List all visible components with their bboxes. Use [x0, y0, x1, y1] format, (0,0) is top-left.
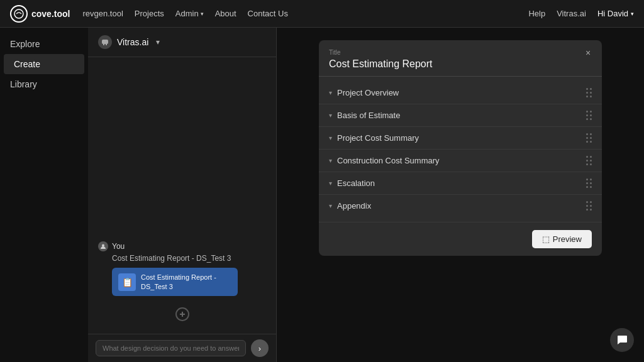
section-label: Project Cost Summary — [337, 133, 419, 143]
chat-body: You Cost Estimating Report - DS_Test 3 📋… — [88, 57, 276, 334]
modal-section-construction-cost-summary[interactable]: ▾ Construction Cost Summary — [319, 150, 602, 172]
modal-footer: ⬚ Preview — [319, 222, 602, 256]
nav-links: revgen.tool Projects Admin ▾ About Conta… — [82, 9, 528, 18]
drag-handle-icon — [586, 178, 592, 188]
modal-section-project-overview[interactable]: ▾ Project Overview — [319, 82, 602, 104]
sidebar: Explore Create Library — [0, 28, 88, 362]
section-chevron-icon: ▾ — [329, 112, 332, 119]
section-chevron-icon: ▾ — [329, 180, 332, 187]
chat-panel: Vitras.ai ▾ You Cost Estimating Report -… — [88, 28, 277, 362]
drag-handle-icon — [586, 133, 592, 143]
modal-section-basis-of-estimate[interactable]: ▾ Basis of Estimate — [319, 104, 602, 127]
svg-rect-2 — [103, 44, 104, 45]
modal: × Title Cost Estimating Report ▾ Project… — [319, 40, 602, 256]
svg-point-0 — [14, 9, 23, 18]
nav-right: Help Vitras.ai Hi David ▾ — [528, 9, 634, 18]
card-doc-icon: 📋 — [118, 273, 136, 291]
sidebar-item-create[interactable]: Create — [4, 54, 84, 74]
modal-overlay: × Title Cost Estimating Report ▾ Project… — [277, 28, 644, 362]
chat-header: Vitras.ai ▾ — [88, 28, 276, 57]
modal-section-escalation[interactable]: ▾ Escalation — [319, 172, 602, 195]
logo[interactable]: cove.tool — [10, 5, 70, 23]
section-chevron-icon: ▾ — [329, 202, 332, 209]
add-button[interactable] — [175, 307, 189, 321]
preview-icon: ⬚ — [542, 234, 550, 244]
section-left: ▾ Project Overview — [329, 88, 399, 97]
nav-user[interactable]: Hi David ▾ — [597, 9, 634, 18]
drag-handle-icon — [586, 201, 592, 211]
section-left: ▾ Basis of Estimate — [329, 111, 400, 120]
chat-message-text: Cost Estimating Report - DS_Test 3 — [98, 254, 266, 263]
modal-title-label: Title — [329, 49, 592, 56]
section-left: ▾ Appendix — [329, 201, 371, 211]
preview-button[interactable]: ⬚ Preview — [532, 230, 592, 248]
content-area: × Title Cost Estimating Report ▾ Project… — [277, 28, 644, 362]
chat-send-button[interactable]: › — [251, 339, 269, 357]
nav-help[interactable]: Help — [528, 9, 545, 18]
nav-contact[interactable]: Contact Us — [248, 9, 288, 18]
modal-section-appendix[interactable]: ▾ Appendix — [319, 195, 602, 217]
card-title: Cost Estimating Report - DS_Test 3 — [141, 273, 231, 291]
section-left: ▾ Project Cost Summary — [329, 133, 419, 143]
admin-chevron-icon: ▾ — [201, 11, 204, 17]
svg-rect-3 — [106, 44, 107, 45]
modal-section-project-cost-summary[interactable]: ▾ Project Cost Summary — [319, 127, 602, 150]
main-layout: Explore Create Library Vitras.ai ▾ — [0, 28, 644, 362]
logo-icon — [10, 5, 28, 23]
nav-projects[interactable]: Projects — [135, 9, 164, 18]
sidebar-item-explore[interactable]: Explore — [0, 34, 88, 54]
section-chevron-icon: ▾ — [329, 134, 332, 141]
nav-about[interactable]: About — [215, 9, 236, 18]
svg-rect-1 — [102, 40, 108, 44]
logo-text: cove.tool — [31, 9, 70, 19]
chat-user-name: You — [112, 242, 125, 251]
svg-point-4 — [102, 244, 104, 247]
modal-title: Cost Estimating Report — [329, 58, 592, 70]
chat-widget-button[interactable] — [610, 328, 634, 352]
nav-revgen[interactable]: revgen.tool — [82, 9, 123, 18]
nav-vitras[interactable]: Vitras.ai — [557, 9, 586, 18]
modal-sections: ▾ Project Overview ▾ Basis of Estimate ▾… — [319, 77, 602, 222]
chat-input[interactable] — [96, 340, 246, 356]
chat-card[interactable]: 📋 Cost Estimating Report - DS_Test 3 — [112, 268, 238, 296]
section-chevron-icon: ▾ — [329, 157, 332, 164]
chat-message-area: You Cost Estimating Report - DS_Test 3 📋… — [98, 241, 266, 296]
drag-handle-icon — [586, 111, 592, 120]
section-left: ▾ Construction Cost Summary — [329, 156, 440, 165]
section-label: Escalation — [337, 178, 375, 188]
section-label: Basis of Estimate — [337, 111, 400, 120]
chat-add-section — [98, 302, 266, 326]
chat-title: Vitras.ai — [117, 37, 148, 47]
user-chevron-icon: ▾ — [631, 11, 634, 17]
nav-admin[interactable]: Admin ▾ — [175, 9, 204, 18]
section-chevron-icon: ▾ — [329, 89, 332, 96]
user-avatar-icon — [98, 241, 108, 251]
svg-rect-6 — [180, 314, 185, 315]
section-label: Appendix — [337, 201, 371, 211]
chat-dropdown-icon[interactable]: ▾ — [156, 38, 160, 47]
section-label: Project Overview — [337, 88, 399, 97]
chat-avatar — [98, 35, 112, 49]
top-nav: cove.tool revgen.tool Projects Admin ▾ A… — [0, 0, 644, 28]
chat-input-area: › — [88, 334, 276, 362]
modal-close-button[interactable]: × — [582, 47, 594, 59]
chat-user-label: You — [98, 241, 266, 251]
modal-header: Title Cost Estimating Report — [319, 40, 602, 77]
drag-handle-icon — [586, 88, 592, 97]
sidebar-item-library[interactable]: Library — [0, 74, 88, 94]
drag-handle-icon — [586, 156, 592, 165]
section-left: ▾ Escalation — [329, 178, 375, 188]
section-label: Construction Cost Summary — [337, 156, 440, 165]
